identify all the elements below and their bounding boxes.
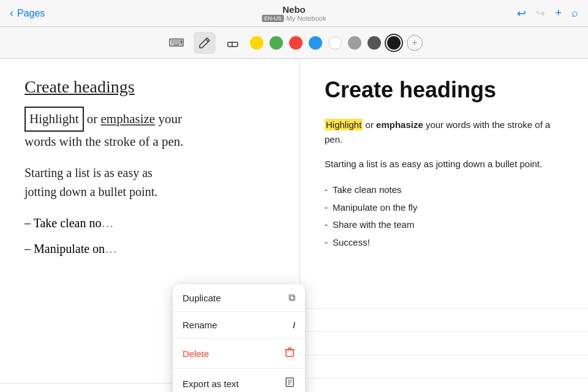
add-page-icon[interactable]: + <box>555 7 562 20</box>
back-label: Pages <box>17 8 45 19</box>
color-red[interactable] <box>289 36 303 50</box>
color-white[interactable] <box>328 36 342 50</box>
redo-icon[interactable]: ↪ <box>536 7 545 20</box>
rendered-body-1: Highlight or emphasize your words with t… <box>325 118 564 147</box>
handwriting-body-rest: or emphasize your <box>87 111 182 126</box>
svg-rect-0 <box>228 42 238 47</box>
menu-item-rename[interactable]: Rename I <box>173 312 305 339</box>
app-title: Nebo <box>282 4 306 15</box>
keyboard-tool-button[interactable]: ⌨ <box>165 32 187 54</box>
menu-item-delete[interactable]: Delete <box>173 339 305 369</box>
delete-icon <box>284 347 295 360</box>
export-text-label: Export as text <box>183 379 239 389</box>
more-colors-button[interactable]: + <box>407 35 423 51</box>
svg-rect-2 <box>286 350 293 356</box>
list-item-share: -Share with the team <box>325 216 564 234</box>
menu-item-export-text[interactable]: Export as text <box>173 369 305 392</box>
right-ruled-lines <box>300 285 588 392</box>
handwriting-body-line2: words with the stroke of a pen. <box>24 134 184 149</box>
color-darkgray[interactable] <box>368 36 381 50</box>
notebook-name: My Notebook <box>287 15 326 22</box>
rendered-list: -Take clean notes -Manipulate on the fly… <box>325 181 564 251</box>
undo-icon[interactable]: ↩ <box>517 7 526 20</box>
rendered-title: Create headings <box>325 77 564 103</box>
color-yellow[interactable] <box>250 36 263 50</box>
handwriting-body: Highlight or emphasize your words with t… <box>24 107 281 151</box>
duplicate-label: Duplicate <box>183 293 221 303</box>
duplicate-icon: ⧉ <box>288 292 295 303</box>
lang-badge: EN-US <box>262 15 284 22</box>
handwriting-list: – Take clean no… – Manipulate on… <box>24 210 281 262</box>
app-subtitle: EN-US My Notebook <box>262 15 326 22</box>
list-item-success: -Success! <box>325 234 564 252</box>
pen-icon <box>198 36 211 50</box>
handwriting-highlight-box: Highlight <box>24 107 84 132</box>
handwriting-starting: Starting a list is as easy as jotting do… <box>24 164 281 202</box>
color-gray[interactable] <box>348 36 361 50</box>
color-green[interactable] <box>270 36 283 50</box>
menu-item-duplicate[interactable]: Duplicate ⧉ <box>173 284 305 312</box>
rename-icon: I <box>293 320 295 330</box>
list-item-manipulate: -Manipulate on the fly <box>325 199 564 217</box>
context-menu: Duplicate ⧉ Rename I Delete Export as te… <box>173 284 305 392</box>
drawing-toolbar: ⌨ + <box>0 27 588 59</box>
color-black[interactable] <box>387 36 401 50</box>
rendered-highlight: Highlight <box>325 119 363 130</box>
delete-label: Delete <box>183 349 209 359</box>
list-item-take: -Take clean notes <box>325 181 564 199</box>
list-item-2: – Manipulate on… <box>24 236 281 262</box>
top-bar: ‹ Pages Nebo EN-US My Notebook ↩ ↪ + ⌕ <box>0 0 588 27</box>
app-header-center: Nebo EN-US My Notebook <box>262 4 326 22</box>
rendered-starting: Starting a list is as easy as jotting do… <box>325 157 564 172</box>
main-content: Create headings Highlight or emphasize y… <box>0 59 588 392</box>
eraser-icon <box>226 36 239 50</box>
eraser-tool-button[interactable] <box>222 32 244 54</box>
export-text-icon <box>284 377 295 390</box>
rename-label: Rename <box>183 320 217 330</box>
back-nav[interactable]: ‹ Pages <box>10 7 45 20</box>
search-icon[interactable]: ⌕ <box>571 7 578 20</box>
color-blue[interactable] <box>309 36 322 50</box>
list-item-1: – Take clean no… <box>24 210 281 236</box>
pen-tool-button[interactable] <box>194 32 216 54</box>
handwriting-title: Create headings <box>24 77 281 97</box>
top-bar-actions: ↩ ↪ + ⌕ <box>517 7 578 20</box>
rendered-panel: Create headings Highlight or emphasize y… <box>300 59 588 392</box>
back-chevron-icon: ‹ <box>10 7 13 20</box>
